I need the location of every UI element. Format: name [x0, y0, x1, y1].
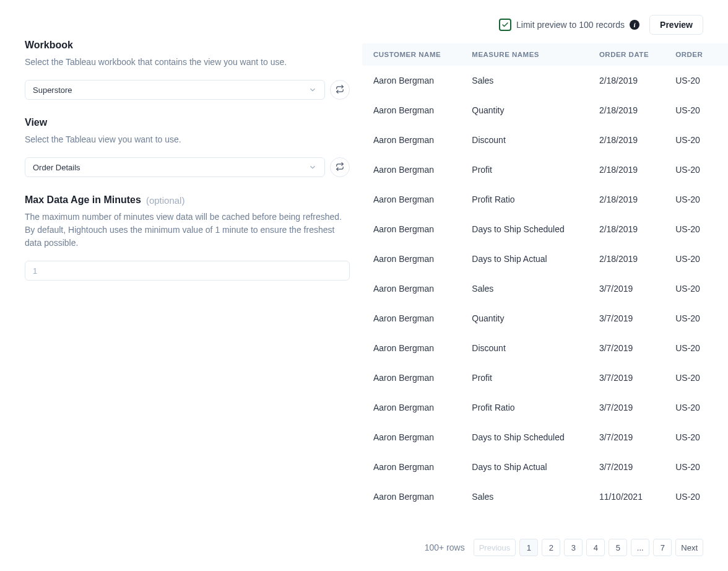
view-refresh-button[interactable] — [330, 157, 350, 177]
column-header[interactable]: ORDER DATE — [588, 43, 664, 66]
limit-label: Limit preview to 100 records — [516, 20, 625, 30]
table-row[interactable]: Aaron BergmanSales3/7/2019US-20 — [362, 274, 728, 303]
column-header[interactable]: ORDER — [664, 43, 728, 66]
table-row[interactable]: Aaron BergmanProfit3/7/2019US-20 — [362, 363, 728, 393]
preview-toolbar: Limit preview to 100 records i Preview — [362, 15, 728, 43]
next-button[interactable]: Next — [675, 539, 703, 556]
table-cell: US-20 — [664, 452, 728, 482]
info-icon[interactable]: i — [630, 20, 639, 30]
table-cell: US-20 — [664, 155, 728, 185]
table-row[interactable]: Aaron BergmanProfit Ratio3/7/2019US-20 — [362, 393, 728, 422]
column-header[interactable]: CUSTOMER NAME — [362, 43, 461, 66]
table-cell: 3/7/2019 — [588, 452, 664, 482]
preview-table: CUSTOMER NAMEMEASURE NAMESORDER DATEORDE… — [362, 43, 728, 528]
workbook-section: Workbook Select the Tableau workbook tha… — [25, 40, 350, 100]
table-cell: US-20 — [664, 185, 728, 214]
table-row[interactable]: Aaron BergmanDays to Ship Actual2/18/201… — [362, 244, 728, 274]
table-cell: US-20 — [664, 393, 728, 422]
maxage-heading: Max Data Age in Minutes (optional) — [25, 194, 350, 206]
table-cell: Aaron Bergman — [362, 333, 461, 363]
preview-panel: Limit preview to 100 records i Preview C… — [362, 15, 728, 556]
preview-button[interactable]: Preview — [649, 15, 703, 35]
column-header[interactable]: MEASURE NAMES — [461, 43, 588, 66]
table-cell: 3/7/2019 — [588, 393, 664, 422]
table-cell: 3/7/2019 — [588, 363, 664, 393]
table-cell: 3/7/2019 — [588, 333, 664, 363]
table-cell: US-20 — [664, 66, 728, 95]
table-cell: 2/18/2019 — [588, 66, 664, 95]
page-number[interactable]: 1 — [519, 539, 538, 556]
table-row[interactable]: Aaron BergmanDays to Ship Actual3/7/2019… — [362, 452, 728, 482]
maxage-heading-text: Max Data Age in Minutes — [25, 194, 141, 206]
table-row[interactable]: Aaron BergmanDays to Ship Scheduled3/7/2… — [362, 422, 728, 452]
table-cell: 3/7/2019 — [588, 274, 664, 303]
table-cell: Aaron Bergman — [362, 363, 461, 393]
view-selected-value: Order Details — [33, 163, 80, 172]
page-number[interactable]: 3 — [564, 539, 583, 556]
table-cell: Days to Ship Scheduled — [461, 422, 588, 452]
table-cell: Sales — [461, 482, 588, 512]
view-heading: View — [25, 117, 350, 128]
page-number[interactable]: 5 — [609, 539, 627, 556]
table-cell: 2/18/2019 — [588, 185, 664, 214]
view-section: View Select the Tableau view you want to… — [25, 117, 350, 177]
table-cell: Aaron Bergman — [362, 393, 461, 422]
maxage-section: Max Data Age in Minutes (optional) The m… — [25, 194, 350, 281]
limit-block: Limit preview to 100 records i — [499, 19, 639, 31]
workbook-refresh-button[interactable] — [330, 80, 350, 100]
table-row[interactable]: Aaron BergmanProfit Ratio2/18/2019US-20 — [362, 185, 728, 214]
table-cell: Days to Ship Actual — [461, 244, 588, 274]
table-cell: Quantity — [461, 303, 588, 333]
table-cell: Aaron Bergman — [362, 482, 461, 512]
table-cell: Profit — [461, 363, 588, 393]
page-number[interactable]: 2 — [542, 539, 560, 556]
table-cell: Aaron Bergman — [362, 125, 461, 155]
chevron-down-icon — [308, 85, 317, 94]
table-cell: Aaron Bergman — [362, 274, 461, 303]
table-cell: US-20 — [664, 482, 728, 512]
table-row[interactable]: Aaron BergmanDiscount3/7/2019US-20 — [362, 333, 728, 363]
table-cell: Aaron Bergman — [362, 303, 461, 333]
optional-tag: (optional) — [146, 195, 185, 206]
workbook-desc: Select the Tableau workbook that contain… — [25, 56, 350, 69]
table-cell: Aaron Bergman — [362, 155, 461, 185]
table-cell: 2/18/2019 — [588, 155, 664, 185]
table-row[interactable]: Aaron BergmanSales11/10/2021US-20 — [362, 482, 728, 512]
maxage-input[interactable] — [25, 261, 350, 281]
workbook-select[interactable]: Superstore — [25, 80, 325, 100]
table-cell: Profit Ratio — [461, 393, 588, 422]
maxage-desc: The maximum number of minutes view data … — [25, 211, 350, 250]
table-cell: US-20 — [664, 333, 728, 363]
table-cell: US-20 — [664, 363, 728, 393]
table-cell: Aaron Bergman — [362, 95, 461, 125]
table-cell: Days to Ship Actual — [461, 452, 588, 482]
workbook-selected-value: Superstore — [33, 85, 72, 95]
page-ellipsis: ... — [631, 539, 649, 556]
table-row[interactable]: Aaron BergmanQuantity2/18/2019US-20 — [362, 95, 728, 125]
table-cell: Profit — [461, 155, 588, 185]
table-cell: Aaron Bergman — [362, 66, 461, 95]
config-panel: Workbook Select the Tableau workbook tha… — [25, 15, 362, 556]
table-cell: Quantity — [461, 95, 588, 125]
workbook-heading: Workbook — [25, 40, 350, 51]
page-number[interactable]: 4 — [586, 539, 605, 556]
table-cell: US-20 — [664, 422, 728, 452]
table-cell: 2/18/2019 — [588, 244, 664, 274]
previous-button[interactable]: Previous — [474, 539, 516, 556]
page-number[interactable]: 7 — [653, 539, 672, 556]
table-cell: US-20 — [664, 125, 728, 155]
table-cell: Discount — [461, 125, 588, 155]
table-cell: Sales — [461, 66, 588, 95]
table-cell: 2/18/2019 — [588, 214, 664, 244]
table-cell: Aaron Bergman — [362, 214, 461, 244]
table-row[interactable]: Aaron BergmanDays to Ship Scheduled2/18/… — [362, 214, 728, 244]
view-desc: Select the Tableau view you want to use. — [25, 133, 350, 146]
table-row[interactable]: Aaron BergmanDiscount2/18/2019US-20 — [362, 125, 728, 155]
table-row[interactable]: Aaron BergmanSales2/18/2019US-20 — [362, 66, 728, 95]
check-icon — [501, 21, 509, 28]
view-select[interactable]: Order Details — [25, 157, 325, 177]
table-cell: Days to Ship Scheduled — [461, 214, 588, 244]
limit-checkbox[interactable] — [499, 19, 511, 31]
table-row[interactable]: Aaron BergmanProfit2/18/2019US-20 — [362, 155, 728, 185]
table-row[interactable]: Aaron BergmanQuantity3/7/2019US-20 — [362, 303, 728, 333]
